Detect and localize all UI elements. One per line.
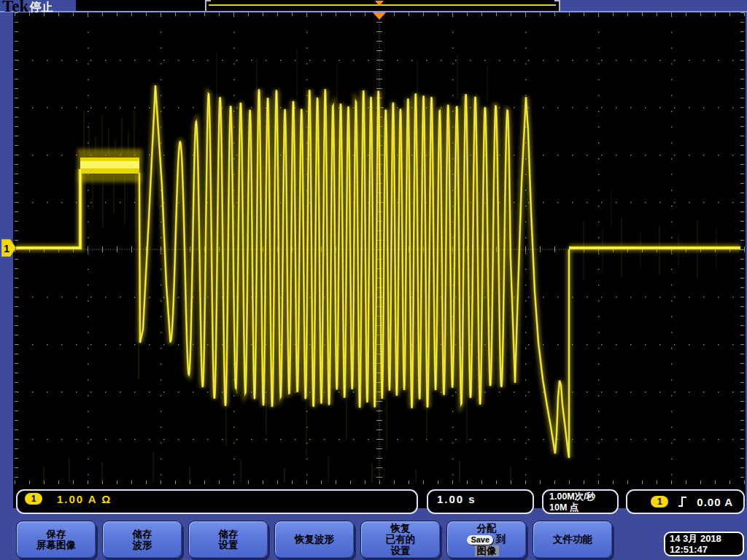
- tek-logo: Tek: [2, 0, 28, 16]
- acquisition-readout: 1.00M次/秒 10M 点: [542, 489, 619, 514]
- button-label: 保存: [47, 529, 66, 540]
- channel-badge: 1: [25, 493, 42, 505]
- button-label-row: Save到: [467, 534, 506, 545]
- menu-button-recall-waveform[interactable]: 恢复波形: [274, 521, 355, 559]
- button-label: 恢复: [391, 523, 411, 534]
- assign-target-highlight: 图像: [475, 545, 499, 557]
- timebase-readout: 1.00 s: [427, 489, 534, 514]
- datetime-box: 14 3月 2018 12:51:47: [664, 532, 744, 556]
- sample-rate: 1.00M次/秒: [549, 491, 617, 502]
- menu-button-save-screen-image[interactable]: 保存 屏幕图像: [16, 521, 96, 559]
- time-text: 12:51:47: [670, 544, 743, 555]
- waveform-display: 1: [0, 0, 747, 560]
- record-preview-bar: [76, 0, 560, 11]
- menu-button-assign-save[interactable]: 分配 Save到 图像: [446, 521, 527, 559]
- menu-button-save-waveform[interactable]: 储存 波形: [102, 521, 182, 559]
- channel-readout: 1 1.00 A Ω: [16, 489, 418, 514]
- trigger-source-badge: 1: [651, 496, 668, 508]
- button-label: 储存: [219, 529, 239, 540]
- button-label: 屏幕图像: [36, 540, 76, 551]
- button-label: 分配: [477, 523, 497, 534]
- button-label: 文件功能: [553, 534, 592, 545]
- trigger-readout: 1 0.00 A: [626, 489, 745, 514]
- button-label: 到: [496, 534, 506, 545]
- trigger-level: 0.00 A: [697, 496, 733, 508]
- oscilloscope-screen: 1 Tek 停止 1 1.00 A Ω 1.00 s 1.00M次/秒 10M …: [0, 0, 747, 560]
- menu-button-save-setup[interactable]: 储存 设置: [188, 521, 268, 559]
- preview-trigger-marker[interactable]: [375, 1, 384, 6]
- button-label: 波形: [133, 540, 152, 551]
- button-label: 储存: [133, 529, 152, 540]
- button-label: 设置: [391, 545, 411, 557]
- svg-text:1: 1: [4, 242, 9, 254]
- trigger-edge-icon: [678, 496, 687, 508]
- button-label: 设置: [219, 540, 239, 551]
- acquisition-status: 停止: [30, 0, 53, 15]
- date-text: 14 3月 2018: [670, 533, 743, 544]
- menu-button-recall-setup[interactable]: 恢复 已有的 设置: [360, 521, 441, 559]
- button-label: 已有的: [386, 534, 416, 545]
- top-separator-line: [0, 11, 747, 12]
- channel-scale: 1.00 A Ω: [57, 493, 112, 505]
- button-label: 恢复波形: [295, 534, 334, 545]
- record-length: 10M 点: [549, 502, 617, 513]
- menu-button-file-utilities[interactable]: 文件功能: [533, 521, 613, 559]
- save-badge: Save: [467, 535, 493, 545]
